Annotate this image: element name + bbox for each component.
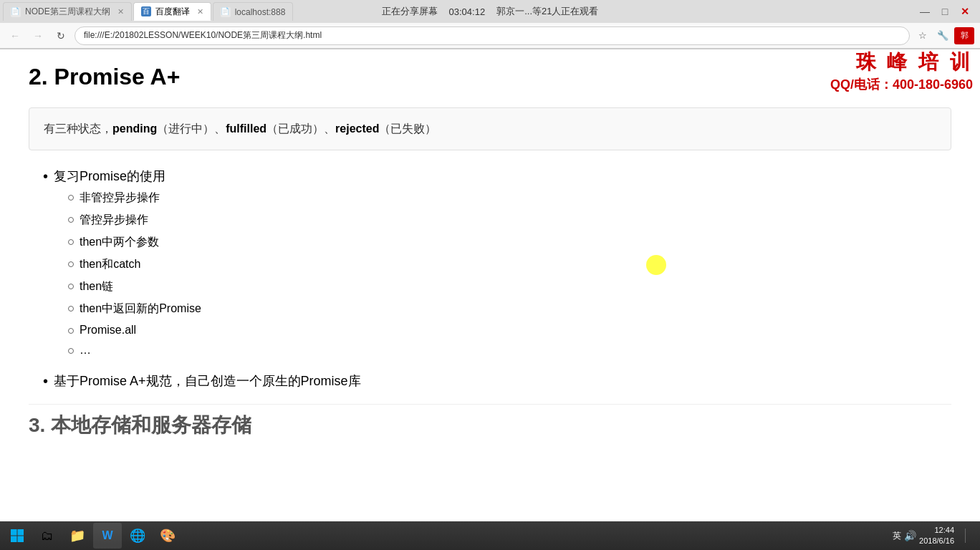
stream-bar: 正在分享屏幕 03:04:12 郭京一...等21人正在观看 <box>382 0 599 23</box>
svg-rect-2 <box>11 536 17 543</box>
branding-overlay: 珠 峰 培 训 QQ/电话：400-180-6960 <box>830 49 973 93</box>
sub-item-1-4-label: then和catch <box>80 257 140 272</box>
sub-dot-1-1 <box>68 195 74 201</box>
tab-node[interactable]: 📄 NODE第三周课程大纲 ✕ <box>3 2 132 21</box>
chrome-icon: 🌐 <box>130 528 145 544</box>
taskbar: 🗂 📁 W 🌐 🎨 英 🔊 12:44 2018/6/16 <box>0 521 980 550</box>
info-box: 有三种状态，pending（进行中）、fulfilled（已成功）、reject… <box>29 107 951 150</box>
sub-item-1-7: Promise.all <box>68 324 201 337</box>
tab-node-close[interactable]: ✕ <box>117 7 124 16</box>
editor-icon: W <box>102 529 112 542</box>
extension-icon[interactable]: 🔧 <box>934 27 951 44</box>
taskbar-right: 英 🔊 12:44 2018/6/16 <box>893 523 977 549</box>
clock-time: 12:44 <box>919 525 954 536</box>
show-desktop-button[interactable] <box>957 523 971 549</box>
list-item-1: • 复习Promise的使用 非管控异步操作 管控异步操作 then中两个参数 <box>43 168 951 364</box>
svg-rect-0 <box>11 529 17 536</box>
paint-icon: 🎨 <box>160 528 176 544</box>
svg-rect-3 <box>18 536 24 543</box>
sub-dot-1-7 <box>68 328 74 334</box>
bookmark-icon[interactable]: ☆ <box>914 27 931 44</box>
tab-baidu-close[interactable]: ✕ <box>197 7 203 16</box>
window-minimize[interactable]: — <box>916 2 934 21</box>
sub-dot-1-5 <box>68 284 74 289</box>
taskbar-lang[interactable]: 英 <box>893 530 901 542</box>
sub-list-1: 非管控异步操作 管控异步操作 then中两个参数 then和catch <box>68 190 201 357</box>
page-title: 2. Promise A+ <box>29 64 951 90</box>
sub-item-1-6-label: then中返回新的Promise <box>80 301 201 317</box>
sub-item-1-3: then中两个参数 <box>68 235 201 250</box>
branding-title: 珠 峰 培 训 <box>830 49 973 76</box>
toolbar-right: ☆ 🔧 郭 <box>914 27 974 44</box>
sub-dot-1-2 <box>68 217 74 223</box>
sub-item-1-6: then中返回新的Promise <box>68 301 201 317</box>
tab-node-icon: 📄 <box>11 7 21 17</box>
tab-localhost[interactable]: 📄 localhost:888 <box>213 2 294 21</box>
stream-viewers: 郭京一...等21人正在观看 <box>496 5 598 18</box>
start-button[interactable] <box>3 523 32 549</box>
profile-icon[interactable]: 郭 <box>954 27 974 44</box>
taskbar-item-chrome[interactable]: 🌐 <box>123 523 152 549</box>
list-item-2: • 基于Promise A+规范，自己创造一个原生的Promise库 <box>43 372 951 390</box>
sub-item-1-7-label: Promise.all <box>80 324 136 337</box>
sub-dot-1-6 <box>68 306 74 312</box>
back-button[interactable]: ← <box>6 26 24 45</box>
clock-date: 2018/6/16 <box>919 536 954 546</box>
sub-dot-1-3 <box>68 239 74 245</box>
tab-localhost-label: localhost:888 <box>235 7 286 17</box>
tab-localhost-icon: 📄 <box>221 7 231 17</box>
sub-item-1-1-label: 非管控异步操作 <box>80 190 160 206</box>
windows-icon <box>10 529 24 543</box>
sub-item-1-5: then链 <box>68 279 201 294</box>
sub-dot-1-4 <box>68 261 74 267</box>
svg-rect-1 <box>18 529 24 536</box>
window-maximize[interactable]: □ <box>936 2 954 21</box>
taskbar-item-editor[interactable]: W <box>93 523 122 549</box>
taskbar-item-paint[interactable]: 🎨 <box>153 523 182 549</box>
bullet-dot-2: • <box>43 373 48 390</box>
branding-contact: QQ/电话：400-180-6960 <box>830 76 973 93</box>
address-bar: ← → ↻ ☆ 🔧 郭 <box>0 23 980 49</box>
bullet-dot-1: • <box>43 168 48 185</box>
sub-item-1-4: then和catch <box>68 257 201 272</box>
address-input[interactable] <box>75 26 910 45</box>
window-close[interactable]: ✕ <box>956 2 974 21</box>
sub-item-1-2-label: 管控异步操作 <box>80 213 148 228</box>
stream-time: 03:04:12 <box>449 6 486 17</box>
sub-item-1-1: 非管控异步操作 <box>68 190 201 206</box>
sub-item-1-8: … <box>68 344 201 357</box>
bullet-list: • 复习Promise的使用 非管控异步操作 管控异步操作 then中两个参数 <box>43 168 951 390</box>
info-text: 有三种状态，pending（进行中）、fulfilled（已成功）、reject… <box>44 122 436 135</box>
clock: 12:44 2018/6/16 <box>919 525 954 547</box>
taskbar-item-explorer[interactable]: 🗂 <box>33 523 62 549</box>
explorer-icon: 🗂 <box>41 529 54 544</box>
stream-text: 正在分享屏幕 <box>382 5 438 18</box>
tab-baidu[interactable]: 百 百度翻译 ✕ <box>133 2 211 21</box>
tab-baidu-label: 百度翻译 <box>155 6 190 18</box>
page-content: 2. Promise A+ 有三种状态，pending（进行中）、fulfill… <box>0 49 980 522</box>
list-item-2-label: 基于Promise A+规范，自己创造一个原生的Promise库 <box>54 372 361 390</box>
tab-node-label: NODE第三周课程大纲 <box>25 6 110 18</box>
sub-item-1-8-label: … <box>80 344 91 357</box>
tab-baidu-icon: 百 <box>141 6 151 16</box>
taskbar-item-folder[interactable]: 📁 <box>63 523 92 549</box>
forward-button[interactable]: → <box>29 26 47 45</box>
sub-item-1-3-label: then中两个参数 <box>80 235 159 250</box>
folder-icon: 📁 <box>69 528 85 544</box>
list-item-1-label: 复习Promise的使用 <box>54 169 165 183</box>
taskbar-volume[interactable]: 🔊 <box>904 530 916 541</box>
sub-dot-1-8 <box>68 348 74 354</box>
tab-bar: 正在分享屏幕 03:04:12 郭京一...等21人正在观看 📄 NODE第三周… <box>0 0 980 23</box>
refresh-button[interactable]: ↻ <box>52 26 70 45</box>
sub-item-1-5-label: then链 <box>80 279 113 294</box>
sub-item-1-2: 管控异步操作 <box>68 213 201 228</box>
browser-chrome: 正在分享屏幕 03:04:12 郭京一...等21人正在观看 📄 NODE第三周… <box>0 0 980 49</box>
next-section-title: 3. 本地存储和服务器存储 <box>29 404 951 439</box>
